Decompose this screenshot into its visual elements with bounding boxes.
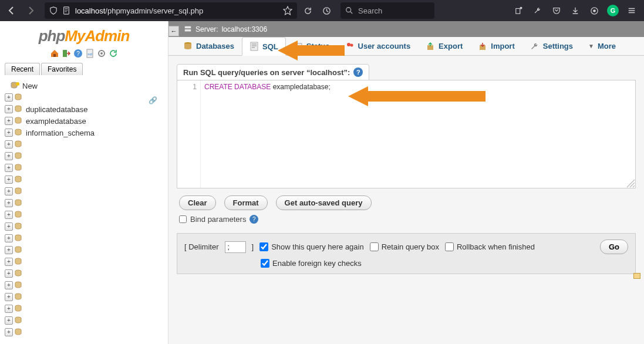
- delimiter-input[interactable]: [225, 241, 246, 253]
- download-icon[interactable]: [567, 2, 584, 19]
- sql-doc-icon[interactable]: sql: [85, 49, 95, 59]
- rollback-checkbox[interactable]: [445, 242, 454, 251]
- retain-checkbox[interactable]: [370, 242, 379, 251]
- search-icon: [345, 6, 353, 15]
- history-button[interactable]: [318, 2, 335, 19]
- expand-icon[interactable]: +: [5, 258, 13, 266]
- tab-export[interactable]: Export: [418, 37, 470, 55]
- tree-item[interactable]: +: [2, 139, 166, 150]
- extension-icon[interactable]: [510, 2, 528, 19]
- expand-icon[interactable]: +: [5, 176, 13, 184]
- tree-item[interactable]: +: [2, 186, 166, 197]
- tree-item-label[interactable]: exampledatabase: [26, 117, 86, 126]
- docs-icon[interactable]: ?: [73, 49, 83, 59]
- resize-handle[interactable]: [625, 177, 635, 188]
- tree-item-label[interactable]: duplicatedatabase: [26, 105, 88, 114]
- tree-item[interactable]: +: [2, 279, 166, 291]
- star-icon[interactable]: [283, 6, 292, 15]
- expand-icon[interactable]: +: [5, 117, 13, 125]
- tab-import[interactable]: Import: [470, 37, 522, 55]
- expand-icon[interactable]: +: [5, 152, 13, 160]
- tree-item[interactable]: +: [2, 232, 166, 244]
- tree-item[interactable]: +: [2, 303, 166, 315]
- help-icon[interactable]: ?: [353, 68, 363, 77]
- home-icon[interactable]: [49, 49, 60, 59]
- show-again-checkbox[interactable]: [259, 242, 268, 251]
- svg-point-44: [350, 43, 353, 46]
- tree-item[interactable]: +: [2, 256, 166, 268]
- expand-icon[interactable]: +: [5, 305, 13, 313]
- tree-item[interactable]: +: [2, 326, 166, 338]
- breadcrumb-server-link[interactable]: localhost:3306: [222, 25, 267, 33]
- search-bar[interactable]: Search: [340, 2, 434, 19]
- expand-icon[interactable]: +: [5, 234, 13, 242]
- auto-saved-button[interactable]: Get auto-saved query: [276, 195, 372, 210]
- search-placeholder: Search: [358, 6, 382, 15]
- tree-item[interactable]: +duplicatedatabase: [2, 103, 166, 115]
- tree-item[interactable]: +: [2, 268, 166, 279]
- addon-icon[interactable]: [585, 2, 603, 19]
- tree-item[interactable]: +: [2, 291, 166, 303]
- expand-icon[interactable]: +: [5, 293, 13, 301]
- pocket-icon[interactable]: [548, 2, 565, 19]
- wrench-icon[interactable]: [529, 2, 547, 19]
- database-icon: [14, 281, 23, 289]
- expand-icon[interactable]: +: [5, 222, 13, 231]
- link-icon[interactable]: 🔗: [149, 96, 157, 104]
- tree-item[interactable]: +: [2, 150, 166, 162]
- tree-item[interactable]: +: [2, 92, 166, 103]
- tree-item-label[interactable]: information_schema: [26, 129, 95, 137]
- tree-item[interactable]: +exampledatabase: [2, 115, 166, 127]
- tree-item[interactable]: +: [2, 174, 166, 186]
- expand-icon[interactable]: +: [5, 187, 13, 195]
- tree-item[interactable]: +: [2, 197, 166, 209]
- expand-icon[interactable]: +: [5, 129, 13, 137]
- go-button[interactable]: Go: [600, 240, 628, 254]
- database-icon: [14, 129, 23, 137]
- expand-icon[interactable]: +: [5, 93, 13, 102]
- expand-icon[interactable]: +: [5, 105, 13, 113]
- expand-icon[interactable]: +: [5, 269, 13, 278]
- tab-settings[interactable]: Settings: [522, 37, 581, 55]
- tab-favorites[interactable]: Favorites: [41, 63, 83, 75]
- menu-icon[interactable]: [623, 2, 640, 19]
- database-icon: [14, 199, 23, 207]
- tree-item[interactable]: +: [2, 244, 166, 256]
- clear-button[interactable]: Clear: [179, 195, 216, 210]
- expand-icon[interactable]: +: [5, 246, 13, 254]
- tree-item[interactable]: +: [2, 209, 166, 221]
- back-button[interactable]: [4, 2, 20, 19]
- expand-icon[interactable]: +: [5, 140, 13, 149]
- settings-gear-icon[interactable]: [96, 49, 107, 59]
- database-icon: [14, 211, 23, 219]
- help-icon[interactable]: ?: [249, 215, 258, 224]
- expand-icon[interactable]: +: [5, 211, 13, 219]
- fk-checkbox[interactable]: [261, 259, 269, 268]
- expand-icon[interactable]: +: [5, 328, 13, 336]
- expand-icon[interactable]: +: [5, 316, 13, 325]
- tree-item[interactable]: +information_schema: [2, 127, 166, 139]
- logout-icon[interactable]: [61, 49, 72, 59]
- expand-icon[interactable]: +: [5, 164, 13, 172]
- expand-icon[interactable]: +: [5, 199, 13, 207]
- format-button[interactable]: Format: [224, 195, 268, 210]
- collapse-sidebar-button[interactable]: ←: [168, 26, 179, 36]
- main-tabs: Databases SQL Status User accounts Expor…: [168, 37, 644, 56]
- grammarly-icon[interactable]: G: [604, 2, 622, 19]
- forward-button[interactable]: [22, 2, 39, 19]
- expand-icon[interactable]: +: [5, 281, 13, 289]
- tab-accounts[interactable]: User accounts: [338, 37, 419, 55]
- tab-more[interactable]: ▼More: [581, 37, 623, 55]
- tree-item[interactable]: +: [2, 221, 166, 232]
- corner-toggle[interactable]: [633, 273, 640, 279]
- address-bar[interactable]: localhost/phpmyadmin/server_sql.php: [45, 2, 297, 19]
- tab-databases[interactable]: Databases: [176, 37, 242, 55]
- tree-new[interactable]: New: [22, 82, 38, 90]
- reload-icon[interactable]: [108, 49, 119, 59]
- tab-recent[interactable]: Recent: [5, 63, 40, 75]
- tree-item[interactable]: +: [2, 162, 166, 174]
- reload-button[interactable]: [299, 2, 316, 19]
- tree-item[interactable]: +: [2, 315, 166, 326]
- bind-params-checkbox[interactable]: [179, 215, 187, 223]
- server-icon: [184, 25, 192, 33]
